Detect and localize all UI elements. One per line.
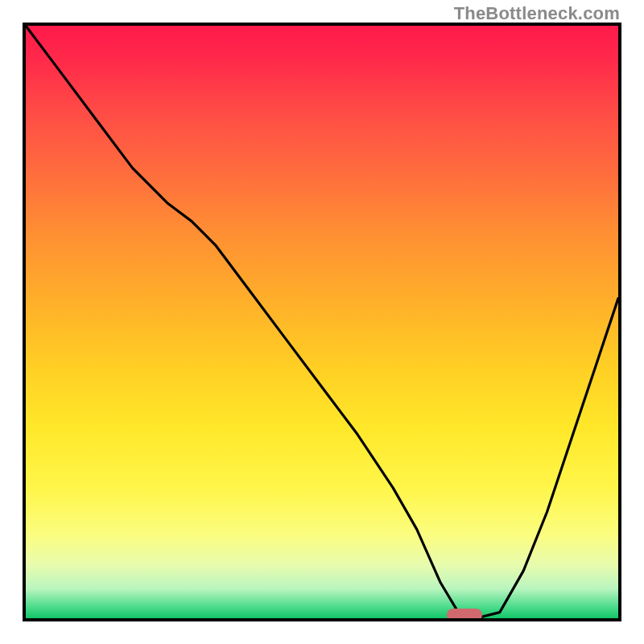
optimal-marker [447, 609, 482, 621]
chart-container: TheBottleneck.com [0, 0, 644, 644]
plot-area [23, 23, 621, 621]
bottleneck-curve [26, 26, 618, 618]
watermark-text: TheBottleneck.com [454, 3, 620, 24]
curve-path [26, 26, 618, 618]
